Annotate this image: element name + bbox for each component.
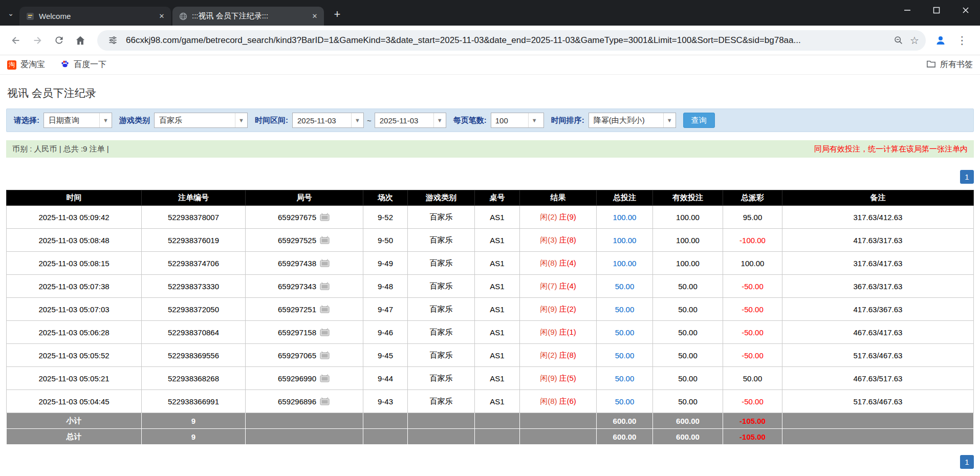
video-replay-icon[interactable] bbox=[320, 259, 331, 268]
video-replay-icon[interactable] bbox=[320, 236, 331, 245]
cell-total-bet: 50.00 bbox=[597, 298, 653, 321]
cell-payout: -100.00 bbox=[723, 229, 782, 252]
cell-result: 闲(9)庄(5) bbox=[520, 367, 597, 390]
tab-search-chevron-icon[interactable]: ⌄ bbox=[4, 7, 17, 20]
table-footer: 小计 9 600.00 600.00 -105.00 总计 9 600.00 6… bbox=[7, 413, 974, 445]
url-text[interactable]: 66cxkj98.com/game/betrecord_search/kind3… bbox=[126, 35, 890, 46]
chevron-down-icon: ▼ bbox=[663, 113, 676, 127]
cell-round-id: 659297438 bbox=[246, 252, 363, 275]
bookmark-star-icon[interactable]: ☆ bbox=[906, 32, 923, 49]
bookmark-label: 爱淘宝 bbox=[20, 59, 45, 70]
tab-close-icon[interactable]: ✕ bbox=[157, 11, 167, 21]
header-table-no: 桌号 bbox=[475, 190, 520, 206]
cell-time: 2025-11-03 05:07:03 bbox=[7, 298, 142, 321]
table-row: 2025-11-03 05:05:21 522938368268 6592969… bbox=[7, 367, 974, 390]
window-close-icon[interactable] bbox=[951, 0, 980, 20]
result-banker: 庄(4) bbox=[559, 258, 576, 267]
cell-game-category: 百家乐 bbox=[408, 321, 475, 344]
round-number: 659296896 bbox=[278, 397, 316, 406]
round-number: 659297065 bbox=[278, 351, 316, 360]
cell-total-bet: 50.00 bbox=[597, 275, 653, 298]
round-number: 659297343 bbox=[278, 282, 316, 291]
cell-table-no: AS1 bbox=[475, 229, 520, 252]
zoom-icon[interactable] bbox=[890, 32, 906, 49]
subtotal-label: 小计 bbox=[7, 413, 142, 429]
new-tab-button[interactable]: + bbox=[330, 7, 345, 22]
site-info-tune-icon[interactable] bbox=[104, 32, 121, 49]
video-replay-icon[interactable] bbox=[320, 213, 331, 222]
table-row: 2025-11-03 05:08:48 522938376019 6592975… bbox=[7, 229, 974, 252]
cell-payout: 50.00 bbox=[723, 367, 782, 390]
back-icon[interactable] bbox=[6, 31, 26, 50]
header-time: 时间 bbox=[7, 190, 142, 206]
cell-round-id: 659296990 bbox=[246, 367, 363, 390]
total-bet-link[interactable]: 50.00 bbox=[615, 282, 635, 291]
total-count: 9 bbox=[142, 429, 246, 445]
refresh-icon[interactable] bbox=[49, 31, 69, 50]
page-size-input[interactable] bbox=[491, 113, 528, 127]
total-bet-link[interactable]: 100.00 bbox=[613, 213, 637, 222]
home-icon[interactable] bbox=[71, 31, 90, 50]
total-bet-link[interactable]: 50.00 bbox=[615, 305, 635, 314]
cell-payout: 100.00 bbox=[723, 252, 782, 275]
page-number-button[interactable]: 1 bbox=[960, 170, 974, 184]
profile-icon[interactable] bbox=[931, 31, 950, 50]
search-button[interactable]: 查询 bbox=[683, 113, 715, 128]
window-maximize-icon[interactable] bbox=[922, 0, 951, 20]
page-size-combo[interactable]: ▼ bbox=[491, 113, 544, 128]
url-bar[interactable]: 66cxkj98.com/game/betrecord_search/kind3… bbox=[97, 30, 926, 51]
sort-label: 时间排序: bbox=[551, 116, 584, 125]
total-bet-link[interactable]: 100.00 bbox=[613, 259, 637, 268]
subtotal-payout: -105.00 bbox=[723, 413, 782, 429]
date-end-select[interactable]: 2025-11-03 ▼ bbox=[375, 113, 446, 128]
video-replay-icon[interactable] bbox=[320, 305, 331, 314]
cell-game-category: 百家乐 bbox=[408, 344, 475, 367]
result-player: 闲(9) bbox=[540, 374, 557, 382]
cell-total-bet: 100.00 bbox=[597, 229, 653, 252]
video-replay-icon[interactable] bbox=[320, 351, 331, 360]
browser-tab-welcome[interactable]: Welcome ✕ bbox=[19, 7, 171, 26]
cell-payout: 95.00 bbox=[723, 206, 782, 229]
sort-select[interactable]: 降幂(由大到小) ▼ bbox=[589, 113, 676, 128]
game-category-select[interactable]: 百家乐 ▼ bbox=[154, 113, 248, 128]
forward-icon[interactable] bbox=[28, 31, 47, 50]
tab-close-icon[interactable]: ✕ bbox=[310, 11, 320, 21]
page-content: 视讯 会员下注纪录 请选择: 日期查询 ▼ 游戏类别 百家乐 ▼ 时间区间: 2… bbox=[0, 86, 980, 469]
date-range-label: 时间区间: bbox=[255, 116, 288, 125]
video-replay-icon[interactable] bbox=[320, 328, 331, 337]
tab-title: :::视讯 会员下注纪录::: bbox=[192, 11, 307, 21]
query-type-select[interactable]: 日期查询 ▼ bbox=[43, 113, 112, 128]
page-number-button[interactable]: 1 bbox=[960, 455, 974, 469]
cell-round-id: 659296896 bbox=[246, 390, 363, 413]
video-replay-icon[interactable] bbox=[320, 282, 331, 291]
all-bookmarks[interactable]: 所有书签 bbox=[926, 59, 973, 70]
video-replay-icon[interactable] bbox=[320, 374, 331, 383]
browser-tab-betrecord[interactable]: :::视讯 会员下注纪录::: ✕ bbox=[172, 7, 324, 26]
chevron-down-icon: ▼ bbox=[99, 113, 112, 127]
total-bet-link[interactable]: 50.00 bbox=[615, 328, 635, 337]
total-bet-link[interactable]: 50.00 bbox=[615, 397, 635, 406]
table-row: 2025-11-03 05:06:28 522938370864 6592971… bbox=[7, 321, 974, 344]
cell-game-category: 百家乐 bbox=[408, 390, 475, 413]
total-bet-link[interactable]: 50.00 bbox=[615, 374, 635, 383]
cell-remark: 367.63/317.63 bbox=[782, 275, 974, 298]
bookmark-baidu[interactable]: 百度一下 bbox=[60, 59, 106, 71]
cell-total-bet: 50.00 bbox=[597, 321, 653, 344]
window-minimize-icon[interactable] bbox=[892, 0, 922, 20]
query-type-label: 请选择: bbox=[14, 116, 39, 125]
video-replay-icon[interactable] bbox=[320, 397, 331, 406]
cell-remark: 467.63/417.63 bbox=[782, 321, 974, 344]
result-player: 闲(3) bbox=[540, 235, 557, 244]
cell-session: 9-47 bbox=[363, 298, 408, 321]
browser-menu-icon[interactable]: ⋮ bbox=[952, 31, 972, 50]
total-bet-link[interactable]: 100.00 bbox=[613, 236, 637, 245]
total-total-bet: 600.00 bbox=[597, 429, 653, 445]
cell-total-bet: 50.00 bbox=[597, 344, 653, 367]
total-bet-link[interactable]: 50.00 bbox=[615, 351, 635, 360]
cell-bet-id: 522938368268 bbox=[142, 367, 246, 390]
cell-time: 2025-11-03 05:04:45 bbox=[7, 390, 142, 413]
bookmark-aitaobao[interactable]: 淘 爱淘宝 bbox=[7, 59, 45, 70]
cell-time: 2025-11-03 05:05:21 bbox=[7, 367, 142, 390]
date-start-select[interactable]: 2025-11-03 ▼ bbox=[292, 113, 364, 128]
cell-table-no: AS1 bbox=[475, 344, 520, 367]
